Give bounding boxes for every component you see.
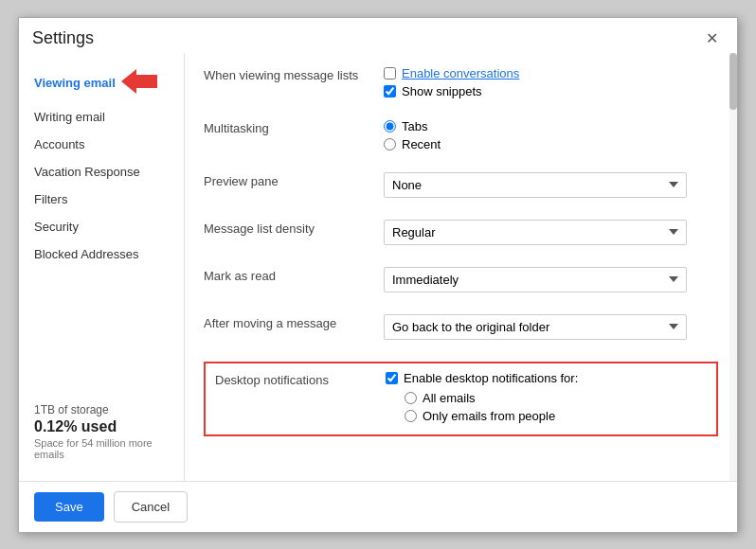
sidebar: Viewing email Writing email Accounts Vac… [19, 53, 185, 481]
preview-pane-label: Preview pane [204, 172, 384, 188]
main-content: When viewing message lists Enable conver… [185, 53, 737, 481]
after-moving-select[interactable]: Go back to the original folder Go to the… [384, 314, 687, 340]
sidebar-item-label-blocked-addresses: Blocked Addresses [34, 247, 139, 261]
sidebar-item-label-vacation-response: Vacation Response [34, 165, 140, 179]
all-emails-label: All emails [423, 391, 476, 405]
message-density-row: Message list density Compact Regular Com… [204, 220, 718, 250]
settings-dialog: Settings ✕ Viewing email Writing email A… [18, 17, 738, 533]
message-lists-label: When viewing message lists [204, 66, 384, 82]
all-emails-radio[interactable] [405, 392, 417, 404]
sidebar-item-writing-email[interactable]: Writing email [19, 103, 184, 131]
show-snippets-checkbox[interactable] [384, 85, 396, 97]
sidebar-item-label-accounts: Accounts [34, 137, 84, 151]
preview-pane-select[interactable]: None Right of inbox Below inbox [384, 172, 687, 198]
storage-capacity: 1TB of storage [34, 403, 169, 416]
preview-pane-row: Preview pane None Right of inbox Below i… [204, 172, 718, 203]
recent-row: Recent [384, 137, 718, 151]
enable-conversations-label[interactable]: Enable conversations [402, 66, 519, 80]
only-people-row: Only emails from people [405, 409, 707, 423]
scrollbar-track[interactable] [729, 53, 737, 481]
mark-as-read-row: Mark as read Immediately After 5 seconds… [204, 267, 718, 297]
recent-radio[interactable] [384, 138, 396, 151]
scrollbar-thumb[interactable] [729, 53, 737, 110]
save-button[interactable]: Save [34, 492, 104, 522]
multitasking-label: Multitasking [204, 119, 384, 135]
dialog-footer: Save Cancel [19, 481, 737, 532]
enable-conversations-row: Enable conversations [384, 66, 718, 80]
multitasking-row: Multitasking Tabs Recent [204, 119, 718, 155]
message-lists-row: When viewing message lists Enable conver… [204, 66, 718, 102]
storage-info: 1TB of storage 0.12% used Space for 54 m… [19, 392, 184, 471]
message-lists-control: Enable conversations Show snippets [384, 66, 718, 102]
enable-desktop-notif-row: Enable desktop notifications for: [386, 371, 707, 385]
sidebar-item-label-filters: Filters [34, 192, 67, 206]
mark-as-read-label: Mark as read [204, 267, 384, 283]
red-arrow-icon [121, 69, 157, 97]
tabs-row: Tabs [384, 119, 718, 133]
desktop-notifications-control: Enable desktop notifications for: All em… [386, 371, 707, 427]
enable-desktop-notif-checkbox[interactable] [386, 372, 398, 384]
show-snippets-label: Show snippets [402, 84, 482, 98]
storage-space-note: Space for 54 million more emails [34, 437, 169, 460]
sidebar-item-viewing-email[interactable]: Viewing email [19, 62, 184, 103]
svg-marker-0 [121, 69, 157, 94]
tabs-label: Tabs [402, 119, 427, 133]
notifications-sub: All emails Only emails from people [405, 391, 707, 423]
dialog-title: Settings [32, 28, 94, 48]
titlebar: Settings ✕ [19, 18, 737, 53]
enable-desktop-notif-label: Enable desktop notifications for: [404, 371, 578, 385]
mark-as-read-select[interactable]: Immediately After 5 seconds Manually [384, 267, 687, 292]
message-density-label: Message list density [204, 220, 384, 236]
desktop-notifications-row: Desktop notifications Enable desktop not… [204, 362, 718, 436]
only-people-label: Only emails from people [423, 409, 555, 423]
sidebar-item-filters[interactable]: Filters [19, 186, 184, 213]
all-emails-row: All emails [405, 391, 707, 405]
after-moving-label: After moving a message [204, 314, 384, 330]
message-density-control: Compact Regular Comfortable [384, 220, 718, 245]
only-people-radio[interactable] [405, 410, 417, 422]
sidebar-item-label-viewing-email: Viewing email [34, 76, 116, 90]
sidebar-item-vacation-response[interactable]: Vacation Response [19, 158, 184, 186]
after-moving-row: After moving a message Go back to the or… [204, 314, 718, 345]
recent-label: Recent [402, 137, 441, 151]
preview-pane-control: None Right of inbox Below inbox [384, 172, 718, 198]
storage-used-percent: 0.12% used [34, 418, 169, 435]
close-button[interactable]: ✕ [700, 27, 724, 49]
desktop-notifications-label: Desktop notifications [215, 371, 386, 387]
after-moving-control: Go back to the original folder Go to the… [384, 314, 718, 340]
sidebar-item-accounts[interactable]: Accounts [19, 131, 184, 158]
show-snippets-row: Show snippets [384, 84, 718, 98]
sidebar-item-security[interactable]: Security [19, 213, 184, 240]
sidebar-item-label-security: Security [34, 220, 79, 234]
enable-conversations-checkbox[interactable] [384, 67, 396, 80]
tabs-radio[interactable] [384, 120, 396, 133]
message-density-select[interactable]: Compact Regular Comfortable [384, 220, 687, 245]
sidebar-item-label-writing-email: Writing email [34, 110, 105, 124]
cancel-button[interactable]: Cancel [114, 491, 188, 522]
sidebar-item-blocked-addresses[interactable]: Blocked Addresses [19, 240, 184, 268]
multitasking-control: Tabs Recent [384, 119, 718, 155]
dialog-body: Viewing email Writing email Accounts Vac… [19, 53, 737, 481]
mark-as-read-control: Immediately After 5 seconds Manually [384, 267, 718, 292]
